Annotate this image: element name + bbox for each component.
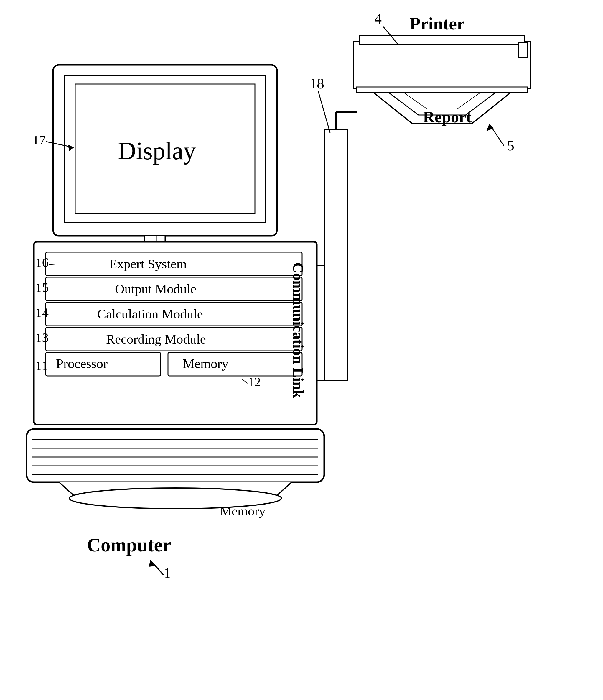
ref-num-1: 1: [163, 565, 171, 581]
comm-link-label: Communication Link: [290, 262, 307, 398]
svg-rect-0: [354, 41, 530, 89]
svg-rect-1: [360, 35, 525, 44]
ref-num-12: 12: [247, 374, 261, 389]
computer-label: Computer: [87, 534, 171, 555]
output-module-label: Output Module: [115, 282, 196, 296]
ref-num-17: 17: [32, 133, 46, 147]
report-label: Report: [423, 108, 472, 126]
ref-num-11: 11: [35, 358, 48, 373]
svg-rect-19: [27, 429, 324, 482]
recording-module-label: Recording Module: [106, 332, 206, 347]
svg-rect-3: [357, 87, 528, 92]
ref-num-5: 5: [507, 137, 514, 154]
expert-system-label: Expert System: [109, 256, 187, 271]
svg-line-40: [150, 560, 163, 575]
svg-rect-2: [519, 43, 528, 57]
svg-line-31: [318, 92, 330, 133]
ref-num-15: 15: [35, 280, 49, 295]
ref-num-13: 13: [35, 330, 49, 345]
memory-label: Memory: [220, 504, 266, 518]
processor-label: Processor: [56, 356, 108, 371]
ref-num-4: 4: [374, 10, 382, 27]
svg-rect-4: [324, 130, 348, 380]
ref-num-18: 18: [310, 75, 324, 92]
ref-num-16: 16: [35, 255, 49, 270]
printer-label: Printer: [410, 14, 465, 33]
calc-module-label: Calculation Module: [97, 307, 203, 321]
memory-label-inner: Memory: [183, 356, 229, 371]
display-label: Display: [118, 137, 196, 165]
ref-num-14: 14: [35, 305, 49, 320]
svg-marker-30: [486, 124, 494, 131]
